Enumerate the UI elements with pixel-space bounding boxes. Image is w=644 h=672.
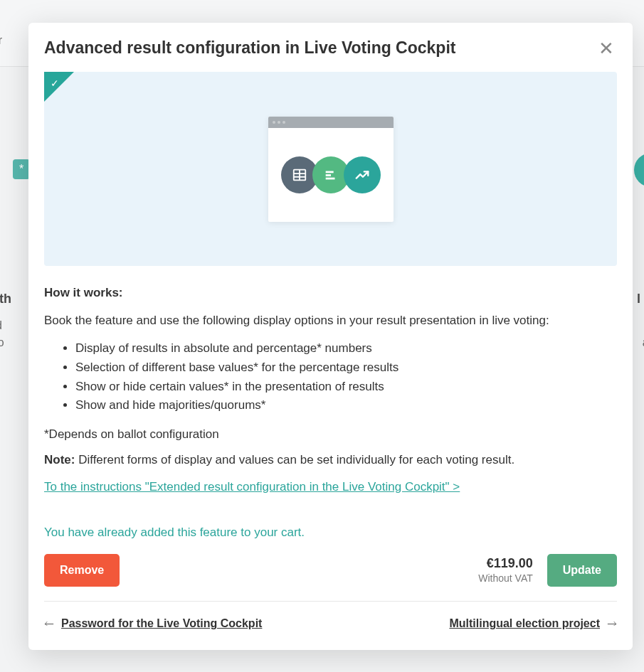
cart-status-message: You have already added this feature to y…: [44, 526, 617, 540]
note-line: Note: Different forms of display and val…: [44, 453, 617, 467]
window-dot: [273, 121, 275, 124]
background-badge-text: *: [19, 163, 23, 176]
hero-window-card: [268, 117, 394, 222]
prev-feature-link[interactable]: 🡐 Password for the Live Voting Cockpit: [44, 617, 262, 630]
price-value: €119.00: [478, 556, 533, 571]
feature-modal: Advanced result configuration in Live Vo…: [28, 23, 633, 650]
next-feature-link[interactable]: Multilingual election project 🡒: [449, 617, 617, 630]
modal-nav-row: 🡐 Password for the Live Voting Cockpit M…: [44, 617, 617, 630]
note-label: Note:: [44, 453, 75, 466]
background-left-lines: divid re co: [0, 317, 4, 351]
bg-left-line2: re co: [0, 334, 4, 351]
window-dot: [283, 121, 285, 124]
list-item: Selection of different base values* for …: [75, 359, 617, 377]
icon-circles: [281, 156, 381, 193]
action-row: Remove €119.00 Without VAT Update: [44, 554, 617, 602]
vat-label: Without VAT: [478, 572, 533, 584]
svg-rect-5: [325, 174, 330, 176]
price-block: €119.00 Without VAT Update: [478, 554, 617, 587]
instructions-link[interactable]: To the instructions "Extended result con…: [44, 480, 460, 494]
background-right-title: l e: [637, 292, 644, 306]
hero-corner-triangle: [44, 72, 74, 102]
price-text: €119.00 Without VAT: [478, 556, 533, 584]
close-icon: ✕: [598, 38, 614, 59]
background-badge: *: [13, 159, 30, 179]
intro-text: Book the feature and use the following d…: [44, 311, 617, 330]
background-tab-text: per: [0, 34, 2, 47]
next-feature-label: Multilingual election project: [449, 617, 600, 630]
window-dot: [278, 121, 280, 124]
list-item: Display of results in absolute and perce…: [75, 340, 617, 358]
hero-image: ✓: [44, 72, 617, 266]
svg-rect-4: [325, 171, 333, 173]
hero-window-titlebar: [268, 117, 394, 128]
list-item: Show and hide majorities/quorums*: [75, 397, 617, 415]
prev-feature-label: Password for the Live Voting Cockpit: [61, 617, 262, 630]
bg-left-line1: divid: [0, 317, 4, 334]
note-text: Different forms of display and values ca…: [75, 453, 514, 466]
update-button[interactable]: Update: [547, 554, 617, 587]
hero-window-body: [268, 128, 394, 222]
background-left-title: for th: [0, 292, 11, 306]
check-icon: ✓: [51, 78, 59, 89]
close-button[interactable]: ✕: [596, 39, 617, 58]
trend-icon: [344, 156, 381, 193]
modal-header: Advanced result configuration in Live Vo…: [44, 38, 617, 58]
remove-button[interactable]: Remove: [44, 554, 120, 587]
svg-rect-6: [325, 177, 334, 179]
modal-title: Advanced result configuration in Live Vo…: [44, 38, 455, 58]
footnote-text: *Depends on ballot configuration: [44, 427, 617, 442]
list-item: Show or hide certain values* in the pres…: [75, 378, 617, 396]
feature-list: Display of results in absolute and perce…: [44, 340, 617, 415]
arrow-right-icon: 🡒: [607, 618, 617, 629]
how-it-works-label: How it works:: [44, 286, 617, 300]
background-circle: [634, 153, 644, 187]
arrow-left-icon: 🡐: [44, 618, 54, 629]
